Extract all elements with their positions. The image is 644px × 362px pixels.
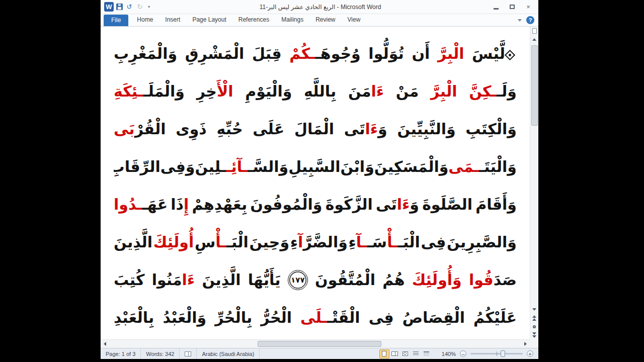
word: حُبِّهِ xyxy=(216,120,243,138)
text-segment: مَنْ xyxy=(396,82,419,100)
word: الْبَــأْسَــآءِ xyxy=(348,233,420,251)
text-segment: ذَا xyxy=(171,196,184,213)
word: وَالْيَوْمِ xyxy=(245,82,292,100)
text-segment: وُجُوهَـ xyxy=(315,45,361,62)
print-layout-view-button[interactable] xyxy=(379,349,389,358)
scroll-right-button[interactable] xyxy=(521,340,530,348)
maximize-button[interactable] xyxy=(505,2,519,12)
select-browse-object-button[interactable] xyxy=(530,322,539,331)
scroll-up-button[interactable] xyxy=(530,35,539,44)
undo-icon[interactable]: ↺ xyxy=(125,3,133,11)
word-window: W ↺ ↻ ▾ الربع الحادي عشر ليس البر-11 - M… xyxy=(101,0,538,359)
tab-home[interactable]: Home xyxy=(131,14,159,26)
tab-review[interactable]: Review xyxy=(309,14,341,26)
outline-view-button[interactable] xyxy=(411,349,421,358)
zoom-slider-thumb[interactable] xyxy=(501,350,505,357)
word: وَفِى xyxy=(160,158,195,175)
word: لَّيْسَ xyxy=(472,45,517,62)
text-segment: وَالصَّبِرِينَ xyxy=(447,233,517,251)
text-segment: وَالسَّـ xyxy=(248,158,288,175)
word: الْحُرُّ xyxy=(261,309,292,326)
word: عَهَــدُوا xyxy=(114,196,168,213)
title-bar[interactable]: W ↺ ↻ ▾ الربع الحادي عشر ليس البر-11 - M… xyxy=(101,0,538,14)
scroll-left-button[interactable] xyxy=(101,340,109,348)
word: الْقَتْــلَى xyxy=(300,309,360,326)
window-title: الربع الحادي عشر ليس البر-11 - Microsoft… xyxy=(151,4,489,11)
text-segment: وَالْعَبْدُ xyxy=(163,309,206,326)
tab-insert[interactable]: Insert xyxy=(159,14,186,26)
word: الْقِصَاصُ xyxy=(403,309,465,326)
close-button[interactable]: × xyxy=(521,2,535,12)
ayah-number-marker: ١٧٧ xyxy=(288,270,308,290)
web-layout-view-button[interactable] xyxy=(400,349,411,358)
previous-page-button[interactable] xyxy=(530,314,539,322)
word-count[interactable]: Words: 342 xyxy=(141,348,180,359)
word: تُوَلُّوا xyxy=(368,45,404,62)
redo-icon[interactable]: ↻ xyxy=(136,3,144,11)
tab-references[interactable]: References xyxy=(232,14,275,26)
zoom-level[interactable]: 140% xyxy=(442,351,456,357)
language-indicator[interactable]: Arabic (Saudi Arabia) xyxy=(197,348,260,359)
vertical-scroll-track[interactable] xyxy=(530,44,539,305)
vertical-scroll-thumb[interactable] xyxy=(531,45,538,126)
document-page[interactable]: لَّيْسَالْبِرَّأَنتُوَلُّواوُجُوهَــكُمْ… xyxy=(101,27,530,339)
word: وَالضَّرَّآءِ xyxy=(290,233,348,251)
tab-file[interactable]: File xyxy=(104,15,128,26)
text-segment: مَنَ xyxy=(348,82,371,100)
word: فِى xyxy=(421,233,446,251)
qat-customize-dropdown-icon[interactable]: ▾ xyxy=(146,5,151,9)
proofing-status[interactable] xyxy=(180,348,197,359)
horizontal-scrollbar[interactable] xyxy=(101,339,530,348)
scroll-down-button[interactable] xyxy=(530,305,539,314)
minimize-icon xyxy=(494,8,499,10)
text-segment: ـكِنَّ xyxy=(469,82,497,100)
arrow-down-icon xyxy=(532,308,536,311)
expand-ribbon-icon[interactable] xyxy=(518,19,522,22)
hizb-marker-icon xyxy=(505,50,515,60)
text-segment: وَلَـ xyxy=(497,82,517,100)
text-segment: الصَّلَوةَ xyxy=(422,196,472,213)
zoom-in-button[interactable]: + xyxy=(527,350,533,357)
horizontal-scroll-track[interactable] xyxy=(109,340,521,348)
full-screen-reading-view-button[interactable] xyxy=(390,349,400,358)
text-segment: خِرِ xyxy=(197,82,217,100)
text-segment: الْبَـ xyxy=(226,233,249,251)
arrow-up-icon xyxy=(532,38,536,41)
horizontal-scroll-thumb[interactable] xyxy=(258,341,381,347)
quick-access-toolbar: W ↺ ↻ ▾ xyxy=(101,2,151,12)
tab-page-layout[interactable]: Page Layout xyxy=(186,14,232,26)
tab-mailings[interactable]: Mailings xyxy=(275,14,309,26)
text-segment: وَأُولَئِكَ xyxy=(412,271,462,289)
word-app-icon[interactable]: W xyxy=(104,2,114,12)
text-segment: وَالْمَلَـ xyxy=(143,82,185,100)
zoom-slider[interactable] xyxy=(470,353,523,354)
word: عَلَى xyxy=(253,120,284,138)
text-segment: تُوَلُّوا xyxy=(368,45,404,62)
next-page-button[interactable] xyxy=(530,331,539,339)
draft-view-button[interactable] xyxy=(422,349,432,358)
text-segment: ـآ xyxy=(356,233,367,251)
text-segment: الْمَشْرِقِ xyxy=(185,45,245,62)
word: وَلَــكِنَّ xyxy=(469,82,517,100)
page-indicator[interactable]: Page: 1 of 3 xyxy=(101,348,141,359)
save-icon[interactable] xyxy=(116,4,123,10)
zoom-out-button[interactable]: – xyxy=(460,350,466,357)
text-segment: صَدَ xyxy=(494,271,517,289)
minimize-button[interactable] xyxy=(489,2,503,12)
word: الْأَخِرِ xyxy=(197,82,233,100)
text-segment: وَالْمَسَكِينَ xyxy=(374,158,449,175)
text-segment: ءِ xyxy=(290,233,298,251)
text-segment: ـلِينَ xyxy=(195,158,226,175)
quran-line: وَأَقَامَالصَّلَوةَوَءَاتَىالزَّكَوةَوَا… xyxy=(114,186,517,223)
word: ءَامَنُوا xyxy=(152,271,195,289)
help-button[interactable]: ? xyxy=(526,16,534,24)
ruler-toggle-button[interactable] xyxy=(530,27,539,35)
tab-view[interactable]: View xyxy=(342,14,367,26)
word: عَلَيْكُمُ xyxy=(473,309,517,326)
word: بِالْعَبْدِ xyxy=(114,309,154,326)
word: وَالْعَبْدُ xyxy=(163,309,206,326)
outline-icon xyxy=(413,351,419,356)
word: الَّذِينَ xyxy=(202,271,240,289)
vertical-scrollbar[interactable] xyxy=(530,27,538,339)
text-segment: بِاللَّهِ xyxy=(304,82,336,100)
